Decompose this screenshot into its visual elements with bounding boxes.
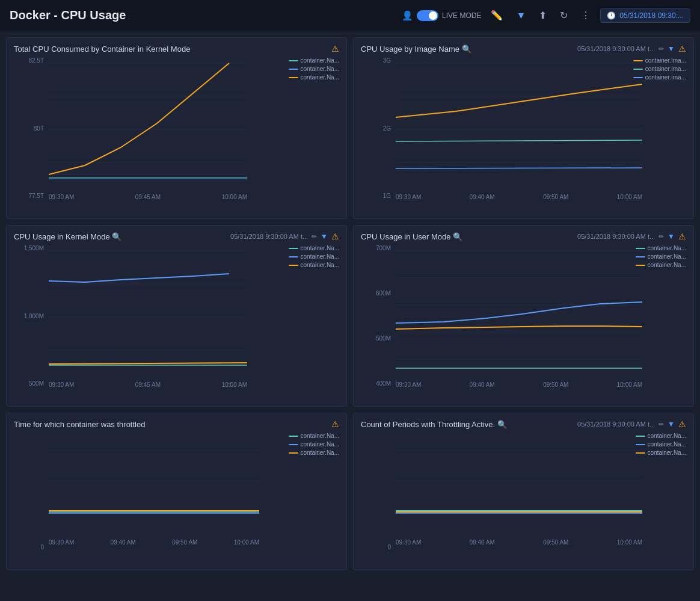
legend-item: container.Na... [289, 245, 339, 251]
legend-color [289, 69, 298, 70]
more-button[interactable]: ⋮ [577, 7, 594, 23]
chart-area: 0 container.Na... container.Na... contai… [14, 433, 339, 565]
legend-color [633, 77, 643, 78]
time-range-badge[interactable]: 🕐 05/31/2018 09:30:... [600, 8, 690, 23]
legend-color [289, 436, 298, 437]
legend-color [289, 452, 298, 454]
legend-color [636, 436, 645, 437]
panel-header: Time for which container was throttled ⚠ [14, 419, 339, 429]
legend-color [633, 69, 643, 70]
legend-item: container.Na... [636, 253, 686, 260]
legend-item: container.Na... [636, 433, 686, 439]
panel-title: CPU Usage by Image Name 🔍 [361, 45, 471, 54]
chart-svg [49, 433, 259, 535]
user-icon: 👤 [402, 10, 413, 21]
panel-header: CPU Usage in User Mode 🔍 05/31/2018 9:30… [361, 232, 686, 241]
legend-item: container.Na... [636, 245, 686, 251]
x-axis: 09:30 AM 09:45 AM 10:00 AM [49, 381, 247, 388]
panel-title: Count of Periods with Throttling Active.… [361, 420, 507, 429]
edit-icon[interactable]: ✏ [312, 233, 317, 241]
panel-cpu-user-mode: CPU Usage in User Mode 🔍 05/31/2018 9:30… [353, 225, 694, 407]
live-mode-toggle[interactable] [417, 10, 438, 21]
chart-svg [49, 245, 247, 377]
filter-icon[interactable]: ▼ [668, 45, 675, 53]
filter-button[interactable]: ▼ [512, 8, 529, 23]
panel-throttled-time: Time for which container was throttled ⚠… [6, 413, 347, 570]
chart-inner: container.Na... container.Na... containe… [49, 57, 339, 200]
chart-area: 82.5T 80T 77.5T container.Na... containe… [14, 57, 339, 214]
legend-color [636, 256, 645, 257]
legend-color [289, 256, 298, 257]
edit-icon[interactable]: ✏ [659, 421, 664, 428]
filter-icon[interactable]: ▼ [668, 232, 675, 241]
legend-item: container.Ima... [633, 74, 686, 81]
y-axis: 82.5T 80T 77.5T [14, 57, 48, 199]
time-range-label: 05/31/2018 09:30:... [619, 11, 684, 20]
chart-svg [396, 433, 642, 535]
legend-color [633, 60, 643, 61]
panel-throttling-periods: Count of Periods with Throttling Active.… [353, 413, 694, 570]
legend: container.Ima... container.Ima... contai… [633, 57, 686, 81]
legend-item: container.Ima... [633, 57, 686, 64]
warning-icon: ⚠ [331, 232, 339, 241]
panel-cpu-image: CPU Usage by Image Name 🔍 05/31/2018 9:3… [353, 37, 694, 219]
legend-item: container.Na... [289, 441, 339, 448]
x-axis: 09:30 AM 09:40 AM 09:50 AM 10:00 AM [396, 381, 642, 388]
chart-inner: container.Na... container.Na... containe… [396, 245, 686, 388]
panel-title: Time for which container was throttled [14, 420, 145, 429]
legend-item: container.Ima... [633, 66, 686, 72]
legend-item: container.Na... [289, 253, 339, 260]
legend-color [636, 452, 645, 454]
chart-area: 700M 600M 500M 400M container.Na... cont… [361, 245, 686, 401]
panel-total-cpu-kernel: Total CPU Consumed by Container in Kerne… [6, 37, 347, 219]
legend-item: container.Na... [289, 66, 339, 72]
legend-color [289, 248, 298, 249]
panel-header-right: 05/31/2018 9:30:00 AM t... ✏ ▼ ⚠ [577, 232, 686, 241]
warning-icon: ⚠ [678, 419, 686, 429]
dashboard: Total CPU Consumed by Container in Kerne… [0, 31, 700, 576]
chart-area: 0 container.Na... container.Na... contai… [361, 433, 686, 565]
legend: container.Na... container.Na... containe… [636, 433, 686, 456]
chart-svg [396, 245, 642, 377]
live-mode-label: LIVE MODE [442, 11, 481, 20]
top-bar-controls: 👤 LIVE MODE ✏️ ▼ ⬆ ↻ ⋮ 🕐 05/31/2018 09:3… [402, 7, 690, 23]
refresh-button[interactable]: ↻ [556, 7, 571, 23]
warning-icon: ⚠ [331, 419, 339, 429]
legend-item: container.Na... [289, 57, 339, 64]
legend-item: container.Na... [289, 449, 339, 456]
legend-color [289, 265, 298, 266]
panel-title: CPU Usage in Kernel Mode 🔍 [14, 232, 121, 241]
legend-item: container.Na... [289, 74, 339, 81]
panel-title: CPU Usage in User Mode 🔍 [361, 232, 462, 241]
edit-button[interactable]: ✏️ [487, 7, 506, 23]
chart-inner: container.Na... container.Na... containe… [49, 433, 339, 546]
legend-color [289, 444, 298, 445]
legend-item: container.Na... [636, 441, 686, 448]
x-axis: 09:30 AM 09:40 AM 09:50 AM 10:00 AM [396, 539, 642, 546]
chart-svg [396, 57, 642, 190]
legend-color [636, 248, 645, 249]
y-axis: 700M 600M 500M 400M [361, 245, 395, 387]
top-bar: Docker - CPU Usage 👤 LIVE MODE ✏️ ▼ ⬆ ↻ … [0, 0, 700, 31]
panel-header-right: 05/31/2018 9:30:00 AM t... ✏ ▼ ⚠ [577, 44, 686, 54]
live-mode-toggle-wrap: 👤 LIVE MODE [402, 10, 481, 21]
chart-inner: container.Na... container.Na... containe… [396, 433, 686, 546]
share-button[interactable]: ⬆ [535, 7, 550, 23]
edit-icon[interactable]: ✏ [659, 45, 664, 53]
legend-color [636, 265, 645, 266]
panel-header-right: 05/31/2018 9:30:00 AM t... ✏ ▼ ⚠ [230, 232, 339, 241]
legend-color [289, 60, 298, 61]
chart-inner: container.Na... container.Na... containe… [49, 245, 339, 388]
filter-icon[interactable]: ▼ [668, 420, 675, 428]
warning-icon: ⚠ [331, 44, 339, 54]
edit-icon[interactable]: ✏ [659, 233, 664, 241]
legend-item: container.Na... [636, 262, 686, 268]
panel-cpu-kernel-mode: CPU Usage in Kernel Mode 🔍 05/31/2018 9:… [6, 225, 347, 407]
panel-header-right: 05/31/2018 9:30:00 AM t... ✏ ▼ ⚠ [577, 419, 686, 429]
x-axis: 09:30 AM 09:45 AM 10:00 AM [49, 194, 247, 200]
panel-header: CPU Usage by Image Name 🔍 05/31/2018 9:3… [361, 44, 686, 54]
y-axis: 0 [361, 433, 395, 550]
chart-area: 3G 2G 1G container.Ima... container.Ima.… [361, 57, 686, 214]
legend: container.Na... container.Na... containe… [289, 245, 339, 268]
filter-icon[interactable]: ▼ [321, 232, 328, 241]
